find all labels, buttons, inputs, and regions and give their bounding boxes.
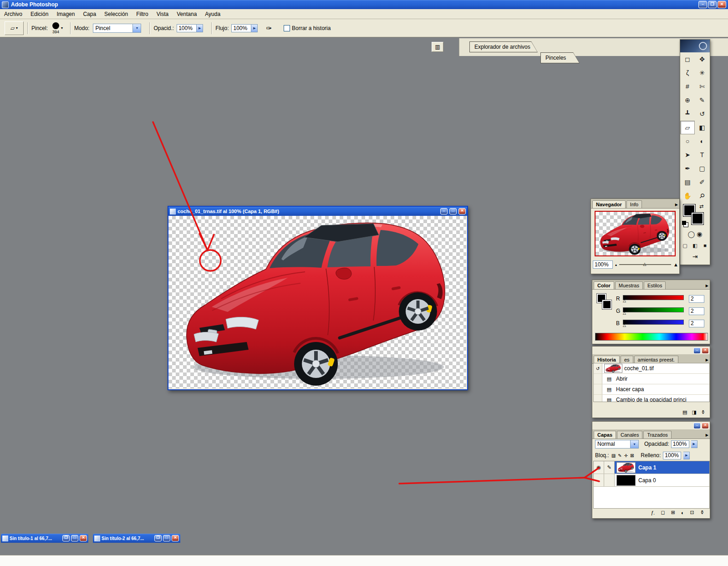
menu-ventana[interactable]: Ventana bbox=[173, 10, 201, 19]
magic-wand-tool[interactable]: ✳ bbox=[695, 66, 709, 80]
standard-screen-button[interactable]: ▢ bbox=[680, 240, 690, 251]
new-snapshot-icon[interactable]: ◨ bbox=[692, 409, 696, 415]
zoom-in-icon[interactable]: ▲ bbox=[673, 262, 678, 267]
navigator-menu-icon[interactable]: ▶ bbox=[675, 203, 678, 207]
toolbox-artwork[interactable] bbox=[680, 40, 710, 52]
pen-tool[interactable]: ✒ bbox=[680, 162, 695, 175]
menu-ayuda[interactable]: Ayuda bbox=[201, 10, 224, 19]
red-slider[interactable]: △ bbox=[623, 295, 683, 302]
min1-maximize-button[interactable]: □ bbox=[71, 535, 78, 541]
menu-archivo[interactable]: Archivo bbox=[0, 10, 26, 19]
history-brush-tool[interactable]: ↺ bbox=[695, 107, 709, 121]
app-minimize-button[interactable]: – bbox=[698, 1, 707, 8]
menu-filtro[interactable]: Filtro bbox=[132, 10, 153, 19]
brush-preview[interactable]: 394 bbox=[52, 22, 59, 34]
blue-slider[interactable]: △ bbox=[623, 320, 683, 327]
lock-all-icon[interactable]: ⊠ bbox=[630, 453, 634, 458]
tab-navegador[interactable]: Navegador bbox=[592, 200, 626, 208]
healing-brush-tool[interactable]: ⊕ bbox=[680, 93, 695, 107]
color-background-swatch[interactable] bbox=[602, 300, 611, 309]
erase-to-history-checkbox[interactable] bbox=[284, 25, 290, 31]
standard-mode-button[interactable]: ◯ bbox=[687, 228, 696, 240]
move-tool[interactable]: ✥ bbox=[695, 52, 709, 66]
tab-historia[interactable]: Historia bbox=[594, 356, 620, 363]
tab-herramientas-preest[interactable]: amientas preest. bbox=[634, 356, 678, 363]
layers-opacity-spinner[interactable]: ▶ bbox=[691, 440, 697, 448]
hand-tool[interactable]: ✋ bbox=[680, 189, 695, 203]
navigator-zoom-slider[interactable]: △ bbox=[619, 262, 671, 267]
tab-canales[interactable]: Canales bbox=[617, 431, 642, 439]
new-set-icon[interactable]: ⊞ bbox=[671, 510, 675, 515]
airbrush-icon[interactable]: ✑ bbox=[266, 24, 272, 32]
layers-menu-icon[interactable]: ▶ bbox=[706, 433, 708, 437]
zoom-tool[interactable]: ⚲ bbox=[695, 189, 709, 203]
green-value-input[interactable]: 2 bbox=[689, 307, 704, 315]
fullscreen-menu-button[interactable]: ◧ bbox=[690, 240, 700, 251]
notes-tool[interactable]: ▤ bbox=[680, 175, 695, 189]
slice-tool[interactable]: ✄ bbox=[695, 80, 709, 93]
tab-estilos[interactable]: Estilos bbox=[644, 281, 666, 289]
history-minimize-button[interactable]: – bbox=[693, 347, 701, 354]
new-document-from-state-icon[interactable]: ▤ bbox=[682, 409, 687, 415]
shape-tool[interactable]: ▢ bbox=[695, 162, 709, 175]
doc-close-button[interactable]: ✕ bbox=[458, 208, 466, 214]
app-close-button[interactable]: ✕ bbox=[718, 1, 726, 8]
navigator-zoom-input[interactable]: 100% bbox=[593, 260, 613, 269]
flow-spinner[interactable]: ▶ bbox=[251, 24, 258, 32]
add-mask-icon[interactable]: ◻ bbox=[661, 510, 665, 515]
blur-tool[interactable]: ○ bbox=[680, 134, 695, 148]
layer-row-capa1[interactable]: ◉ ✎ Capa 1 bbox=[594, 461, 709, 474]
min2-restore-button[interactable]: ❐ bbox=[154, 535, 162, 541]
lock-transparency-icon[interactable]: ▨ bbox=[611, 453, 616, 458]
color-menu-icon[interactable]: ▶ bbox=[706, 284, 708, 288]
lasso-tool[interactable]: ζ bbox=[680, 66, 695, 80]
doc-minimize-button[interactable]: – bbox=[440, 208, 448, 214]
layers-trash-icon[interactable]: ⚱ bbox=[700, 510, 704, 515]
swap-colors-icon[interactable]: ⇄ bbox=[699, 204, 703, 209]
tab-acciones[interactable]: es bbox=[621, 356, 633, 363]
green-slider[interactable]: △ bbox=[623, 307, 683, 315]
menu-vista[interactable]: Vista bbox=[153, 10, 173, 19]
menu-seleccion[interactable]: Selección bbox=[100, 10, 132, 19]
blend-mode-select[interactable]: Normal ▼ bbox=[595, 440, 639, 449]
history-state-row[interactable]: ▤ Hacer capa bbox=[594, 384, 709, 395]
fill-input[interactable]: 100% bbox=[663, 452, 681, 459]
quickmask-mode-button[interactable]: ◉ bbox=[696, 228, 703, 240]
crop-tool[interactable]: # bbox=[680, 80, 695, 93]
tab-color[interactable]: Color bbox=[594, 281, 614, 289]
app-restore-button[interactable]: ❐ bbox=[708, 1, 717, 8]
tab-capas[interactable]: Capas bbox=[594, 431, 616, 439]
flow-input[interactable]: 100% bbox=[231, 24, 251, 32]
history-state-row[interactable]: ▤ Abrir bbox=[594, 374, 709, 384]
history-trash-icon[interactable]: ⚱ bbox=[701, 409, 705, 415]
clone-stamp-tool[interactable]: ┻ bbox=[680, 107, 695, 121]
eye-toggle-empty[interactable] bbox=[594, 474, 604, 486]
fill-spinner[interactable]: ▶ bbox=[683, 452, 690, 459]
opacity-input[interactable]: 100% bbox=[177, 24, 197, 32]
file-browser-toggle-button[interactable]: ▥ bbox=[432, 42, 443, 52]
opacity-spinner[interactable]: ▶ bbox=[197, 24, 203, 32]
tab-pinceles[interactable]: Pinceles bbox=[540, 52, 580, 63]
menu-imagen[interactable]: Imagen bbox=[52, 10, 79, 19]
new-layer-icon[interactable]: ⊡ bbox=[690, 510, 694, 515]
dodge-tool[interactable]: ◐ bbox=[695, 134, 709, 148]
minimized-window-2[interactable]: Sin título-2 al 66,7... ❐ □ ✕ bbox=[93, 534, 180, 543]
mode-select[interactable]: Pincel ▼ bbox=[93, 24, 141, 33]
tab-info[interactable]: Info bbox=[626, 200, 642, 208]
gradient-tool[interactable]: ◧ bbox=[695, 121, 709, 134]
blue-value-input[interactable]: 2 bbox=[689, 320, 704, 327]
background-color-swatch[interactable] bbox=[691, 212, 704, 225]
current-tool-button[interactable]: ▱ ▾ bbox=[5, 21, 24, 35]
eye-icon[interactable]: ◉ bbox=[594, 461, 604, 474]
history-snapshot-row[interactable]: ↺ coche_01.tif bbox=[594, 363, 709, 374]
layer-style-icon[interactable]: ƒ. bbox=[651, 510, 655, 515]
history-menu-icon[interactable]: ▶ bbox=[706, 358, 708, 362]
fullscreen-button[interactable]: ■ bbox=[700, 240, 710, 251]
history-close-button[interactable]: ✕ bbox=[702, 347, 709, 354]
red-value-input[interactable]: 2 bbox=[689, 295, 704, 303]
adjustment-layer-icon[interactable]: ◐ bbox=[681, 510, 684, 515]
layers-close-button[interactable]: ✕ bbox=[702, 423, 709, 429]
layers-opacity-input[interactable]: 100% bbox=[671, 440, 689, 448]
layers-minimize-button[interactable]: – bbox=[693, 423, 701, 429]
layer-row-capa0[interactable]: Capa 0 bbox=[594, 474, 709, 487]
